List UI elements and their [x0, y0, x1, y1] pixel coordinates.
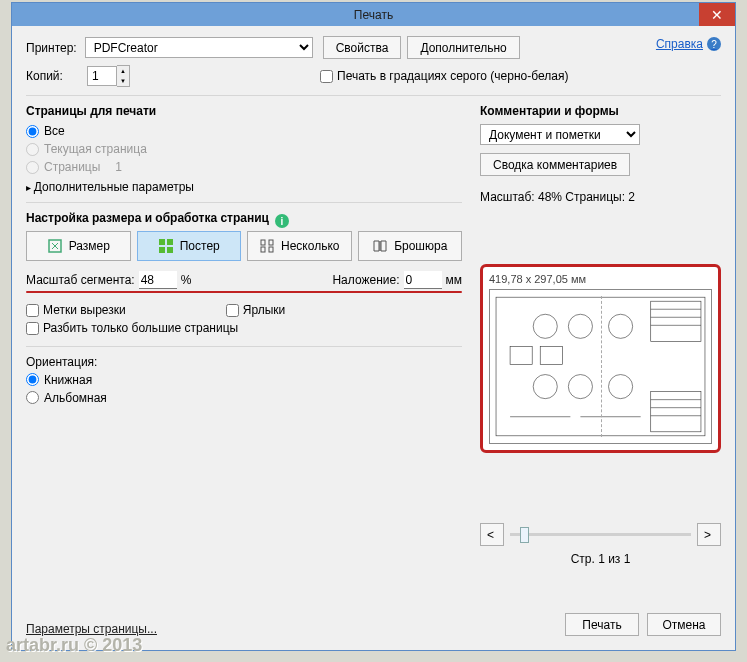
svg-point-11	[568, 314, 592, 338]
overlap-input[interactable]	[404, 271, 442, 289]
booklet-toggle[interactable]: Брошюра	[358, 231, 463, 261]
pages-section-title: Страницы для печати	[26, 104, 462, 118]
print-dialog: Печать ✕ Справка ? Принтер: PDFCreator С…	[11, 2, 736, 651]
preview-area: 419,78 x 297,05 мм	[480, 264, 721, 453]
svg-point-12	[609, 314, 633, 338]
portrait-radio[interactable]: Книжная	[26, 373, 462, 387]
page-setup-link[interactable]: Параметры страницы...	[26, 622, 157, 636]
size-icon	[47, 238, 63, 254]
info-icon[interactable]: i	[275, 214, 289, 228]
printer-row: Принтер: PDFCreator Свойства Дополнитель…	[26, 36, 721, 59]
svg-rect-4	[167, 247, 173, 253]
multiple-icon	[259, 238, 275, 254]
copies-input[interactable]	[87, 66, 117, 86]
svg-rect-7	[261, 247, 265, 252]
more-options-toggle[interactable]: Дополнительные параметры	[26, 180, 462, 194]
labels-checkbox[interactable]: Ярлыки	[226, 303, 286, 317]
grayscale-checkbox[interactable]: Печать в градациях серого (черно-белая)	[320, 69, 568, 83]
properties-button[interactable]: Свойства	[323, 36, 402, 59]
svg-rect-18	[651, 301, 701, 341]
scale-input[interactable]	[139, 271, 177, 289]
spin-up-icon[interactable]: ▲	[117, 66, 129, 76]
svg-rect-14	[540, 346, 562, 364]
pages-current-radio[interactable]: Текущая страница	[26, 142, 462, 156]
right-column: Комментарии и формы Документ и пометки С…	[480, 104, 721, 566]
svg-rect-8	[269, 247, 273, 252]
size-toggle[interactable]: Размер	[26, 231, 131, 261]
svg-rect-13	[510, 346, 532, 364]
comments-select[interactable]: Документ и пометки	[480, 124, 640, 145]
cancel-button[interactable]: Отмена	[647, 613, 721, 636]
handling-section-title: Настройка размера и обработка страниц	[26, 211, 269, 225]
svg-rect-22	[651, 392, 701, 432]
landscape-radio[interactable]: Альбомная	[26, 391, 462, 405]
multiple-toggle[interactable]: Несколько	[247, 231, 352, 261]
scale-info: Масштаб: 48% Страницы: 2	[480, 190, 721, 204]
copies-stepper[interactable]: ▲▼	[87, 65, 130, 87]
poster-toggle[interactable]: Постер	[137, 231, 242, 261]
advanced-button[interactable]: Дополнительно	[407, 36, 519, 59]
poster-icon	[158, 238, 174, 254]
page-indicator: Стр. 1 из 1	[480, 552, 721, 566]
left-column: Страницы для печати Все Текущая страница…	[26, 104, 462, 566]
svg-rect-1	[159, 239, 165, 245]
comments-section-title: Комментарии и формы	[480, 104, 721, 118]
preview-slider[interactable]	[510, 533, 691, 536]
cutmarks-checkbox[interactable]: Метки вырезки	[26, 303, 126, 317]
splitlarge-checkbox[interactable]: Разбить только большие страницы	[26, 321, 238, 335]
svg-rect-2	[167, 239, 173, 245]
print-button[interactable]: Печать	[565, 613, 639, 636]
titlebar: Печать ✕	[12, 3, 735, 26]
copies-row: Копий: ▲▼ Печать в градациях серого (чер…	[26, 65, 721, 87]
svg-point-10	[533, 314, 557, 338]
preview-next-button[interactable]: >	[697, 523, 721, 546]
scale-label: Масштаб сегмента:	[26, 273, 135, 287]
booklet-icon	[372, 238, 388, 254]
spin-down-icon[interactable]: ▼	[117, 76, 129, 86]
pages-range-radio[interactable]: Страницы 1	[26, 160, 462, 174]
printer-label: Принтер:	[26, 41, 77, 55]
page-setup-area: Параметры страницы...	[26, 622, 157, 636]
pages-all-radio[interactable]: Все	[26, 124, 462, 138]
svg-point-17	[609, 375, 633, 399]
printer-select[interactable]: PDFCreator	[85, 37, 313, 58]
svg-rect-6	[269, 240, 273, 245]
preview-nav: < >	[480, 523, 721, 546]
dialog-title: Печать	[354, 8, 393, 22]
svg-rect-3	[159, 247, 165, 253]
preview-page	[489, 289, 712, 444]
preview-dimensions: 419,78 x 297,05 мм	[489, 273, 712, 285]
preview-prev-button[interactable]: <	[480, 523, 504, 546]
poster-params-row: Масштаб сегмента: % Наложение: мм	[26, 271, 462, 289]
overlap-label: Наложение:	[332, 273, 399, 287]
handling-toggle-group: Размер Постер Несколько Брошюра	[26, 231, 462, 261]
svg-rect-5	[261, 240, 265, 245]
svg-point-15	[533, 375, 557, 399]
summarize-comments-button[interactable]: Сводка комментариев	[480, 153, 630, 176]
close-button[interactable]: ✕	[699, 3, 735, 26]
orientation-title: Ориентация:	[26, 355, 462, 369]
svg-point-16	[568, 375, 592, 399]
copies-label: Копий:	[26, 69, 79, 83]
